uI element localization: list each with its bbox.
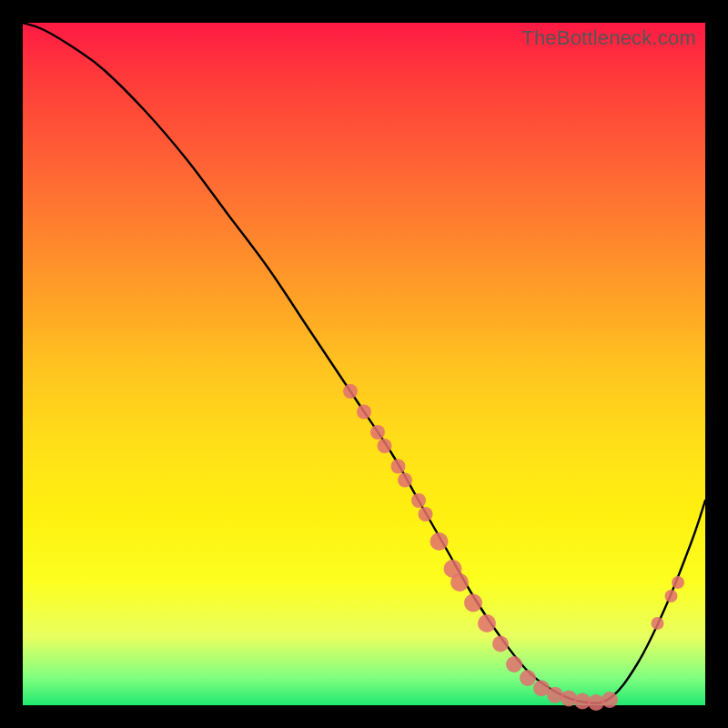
data-point (391, 460, 406, 474)
data-point (672, 576, 684, 589)
data-point (506, 656, 522, 672)
data-point (478, 614, 496, 632)
data-point (378, 439, 392, 453)
data-point (492, 636, 509, 652)
data-point (343, 384, 358, 399)
data-point (398, 473, 412, 488)
plot-area: TheBottleneck.com (23, 23, 705, 705)
data-point (411, 493, 426, 508)
chart-svg (23, 23, 705, 705)
data-point (357, 405, 371, 420)
data-point (547, 687, 563, 703)
data-point (464, 594, 482, 612)
data-point (665, 590, 678, 602)
data-point (419, 507, 433, 521)
data-point (652, 617, 664, 630)
highlighted-points (343, 384, 684, 711)
data-point (588, 694, 604, 711)
data-point (450, 573, 469, 592)
bottleneck-curve (23, 23, 705, 703)
data-point (370, 425, 385, 440)
data-point (430, 532, 449, 551)
chart-canvas: TheBottleneck.com (0, 0, 728, 728)
data-point (561, 691, 577, 707)
data-point (520, 670, 536, 686)
data-point (602, 692, 618, 708)
